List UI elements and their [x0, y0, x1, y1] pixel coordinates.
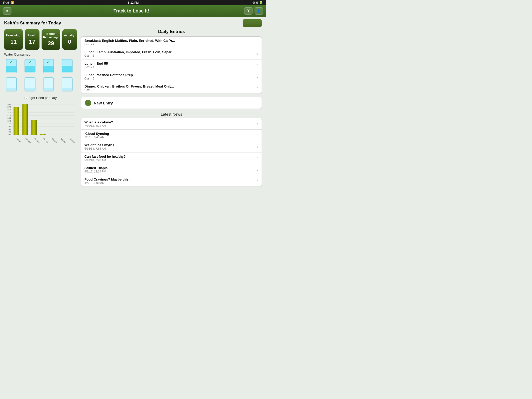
chevron-icon-4: ›: [257, 74, 258, 79]
news-date-1: 7/10/13, 8:22 AM: [84, 124, 113, 127]
entry-item-1[interactable]: Breakfast: English Muffins, Plain, Enric…: [81, 37, 262, 48]
news-date-6: 4/4/13, 7:00 AM: [84, 181, 131, 184]
water-cup-7[interactable]: [41, 76, 56, 93]
water-cup-6[interactable]: [23, 76, 37, 93]
news-chevron-2: ›: [257, 133, 258, 138]
svg-rect-6: [25, 72, 35, 73]
svg-text:3.0: 3.0: [9, 131, 11, 133]
news-chevron-5: ›: [257, 167, 258, 172]
news-item-3[interactable]: Weight loss myths 5/14/13, 7:55 AM ›: [81, 141, 262, 152]
svg-rect-10: [43, 72, 54, 73]
profile-button[interactable]: 👤: [255, 7, 263, 15]
water-cup-1[interactable]: ✓: [4, 58, 18, 75]
bar-monday: [40, 134, 45, 135]
stat-activity-value: 0: [68, 38, 71, 45]
svg-text:Friday: Friday: [16, 137, 22, 143]
bar-sunday: [31, 120, 37, 135]
svg-text:33.0: 33.0: [7, 103, 11, 105]
news-name-6: Food Cravings? Maybe this...: [84, 177, 131, 181]
news-item-6[interactable]: Food Cravings? Maybe this... 4/4/13, 7:0…: [81, 175, 262, 187]
svg-rect-20: [25, 90, 35, 91]
stat-activity: Activity: 0: [62, 29, 77, 50]
ipad-label: iPad: [3, 1, 9, 4]
stat-remaining: Remaining: 11: [4, 29, 23, 50]
entry-cost-3: Cost - 1: [84, 65, 108, 69]
water-cup-3[interactable]: ✓: [41, 58, 56, 75]
news-chevron-1: ›: [257, 122, 258, 126]
entries-list: Breakfast: English Muffins, Plain, Enric…: [81, 36, 262, 94]
svg-text:12.0: 12.0: [7, 122, 11, 125]
svg-text:Saturday: Saturday: [25, 137, 32, 143]
svg-text:21.0: 21.0: [7, 114, 11, 116]
chevron-icon-5: ›: [257, 86, 258, 90]
news-item-4[interactable]: Can fast food be healthy? 5/13/13, 7:28 …: [81, 152, 262, 164]
zoom-out-button[interactable]: −: [243, 19, 252, 27]
news-date-2: 7/6/13, 8:49 AM: [84, 136, 109, 139]
daily-entries-title: Daily Entries: [81, 29, 262, 34]
menu-button[interactable]: ≡: [3, 7, 11, 15]
nav-title: Track to Lose It!: [19, 8, 244, 14]
entry-item-4[interactable]: Lunch: Mashed Potatoes Prep Cost - 3 ›: [81, 71, 262, 82]
svg-rect-5: [25, 66, 35, 73]
stat-remaining-label: Remaining:: [6, 34, 21, 37]
summary-header: Keith's Summary for Today − +: [4, 19, 262, 27]
new-entry-plus-icon: +: [85, 100, 91, 106]
zoom-in-button[interactable]: +: [252, 19, 262, 27]
svg-text:✓: ✓: [28, 59, 32, 65]
svg-rect-17: [6, 90, 17, 91]
news-list: What is a calorie? 7/10/13, 8:22 AM › iC…: [81, 118, 262, 187]
daily-entries-section: Daily Entries Breakfast: English Muffins…: [81, 29, 262, 94]
water-label: Water Consumed:: [4, 52, 77, 56]
stat-used-label: Used:: [28, 34, 36, 37]
profile-icon: 👤: [257, 9, 261, 13]
wifi-icon: 📶: [10, 1, 14, 4]
news-title: Latest News: [81, 112, 262, 116]
status-right: 96% 🔋: [252, 1, 263, 4]
svg-text:24.0: 24.0: [7, 111, 11, 114]
water-cup-5[interactable]: [4, 76, 18, 93]
news-name-1: What is a calorie?: [84, 120, 113, 124]
status-bar: iPad 📶 5:12 PM 96% 🔋: [0, 0, 266, 5]
entry-item-2[interactable]: Lunch: Lamb, Australian, Imported, Fresh…: [81, 48, 262, 59]
bar-saturday: [22, 104, 28, 135]
entry-name-3: Lunch: Bud 55: [84, 62, 108, 65]
info-button[interactable]: ⓘ: [244, 7, 252, 15]
chart-title: Budget Used per Day: [4, 96, 77, 100]
stat-remaining-value: 11: [10, 38, 17, 45]
news-name-5: Stuffed Tilapia: [84, 166, 108, 170]
svg-rect-26: [62, 90, 72, 91]
svg-rect-2: [6, 72, 17, 73]
chart-section: Budget Used per Day 33.0 30.0 27.0 24.0 …: [4, 96, 77, 197]
water-section: Water Consumed: ✓: [4, 52, 77, 93]
news-item-5[interactable]: Stuffed Tilapia 4/8/13, 12:14 PM ›: [81, 164, 262, 175]
news-chevron-6: ›: [257, 179, 258, 183]
news-item-2[interactable]: iCloud Syncing 7/6/13, 8:49 AM ›: [81, 130, 262, 141]
svg-text:Monday: Monday: [42, 137, 49, 143]
battery-label: 96%: [252, 1, 258, 4]
news-item-1[interactable]: What is a calorie? 7/10/13, 8:22 AM ›: [81, 118, 262, 130]
news-date-5: 4/8/13, 12:14 PM: [84, 170, 108, 173]
entry-name-5: Dinner: Chicken, Broilers Or Fryers, Bre…: [84, 84, 174, 88]
stat-bonus-value: 29: [48, 40, 54, 47]
water-cup-4[interactable]: [60, 58, 74, 75]
stat-used: Used: 17: [25, 29, 39, 50]
summary-title: Keith's Summary for Today: [4, 21, 61, 26]
new-entry-button[interactable]: + New Entry: [81, 97, 262, 109]
svg-text:✓: ✓: [9, 59, 13, 65]
entry-item-3[interactable]: Lunch: Bud 55 Cost - 1 ›: [81, 59, 262, 71]
svg-rect-1: [6, 66, 17, 73]
chevron-icon-2: ›: [257, 51, 258, 56]
svg-rect-13: [62, 66, 72, 73]
nav-bar: ≡ Track to Lose It! ⓘ 👤: [0, 5, 266, 17]
main-content: Keith's Summary for Today − + Remaining:…: [0, 17, 266, 200]
news-chevron-4: ›: [257, 156, 258, 161]
entry-item-5[interactable]: Dinner: Chicken, Broilers Or Fryers, Bre…: [81, 82, 262, 94]
water-cup-8[interactable]: [60, 76, 74, 93]
svg-text:18.0: 18.0: [7, 117, 11, 119]
battery-icon: 🔋: [259, 1, 263, 4]
entry-name-2: Lunch: Lamb, Australian, Imported, Fresh…: [84, 50, 174, 54]
water-cup-2[interactable]: ✓: [23, 58, 37, 75]
svg-text:15.0: 15.0: [7, 120, 11, 122]
news-date-3: 5/14/13, 7:55 AM: [84, 147, 114, 150]
left-panel: Remaining: 11 Used: 17 Bonus Remaining: …: [4, 29, 77, 197]
